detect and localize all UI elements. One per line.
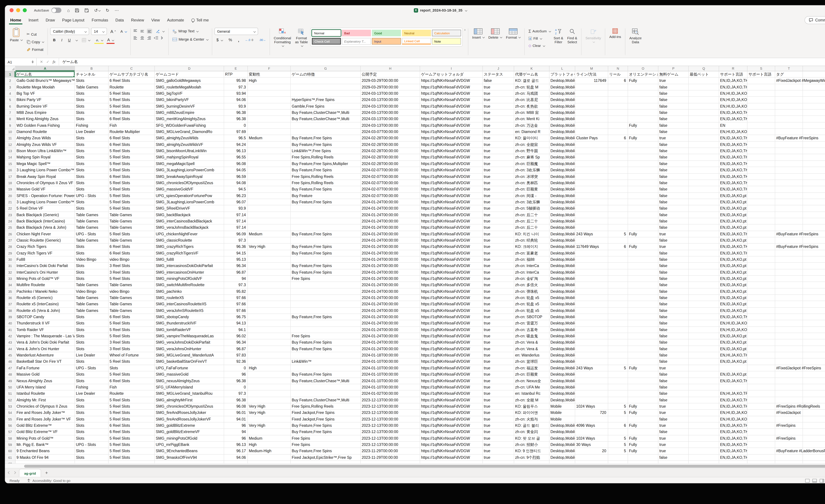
cell[interactable] xyxy=(291,205,361,212)
menu-tab-view[interactable]: View xyxy=(151,15,160,25)
cell[interactable]: SMG_switchMultifireRoulette xyxy=(155,282,224,288)
cell[interactable]: true xyxy=(483,390,514,397)
cell[interactable]: Multifire Roulette xyxy=(15,282,75,288)
cell[interactable] xyxy=(689,205,719,212)
row-number[interactable]: 1 xyxy=(5,71,15,78)
cell[interactable] xyxy=(689,410,719,416)
column-header-G[interactable]: G xyxy=(291,66,361,71)
cell[interactable]: SMG_almightyMrFirst xyxy=(155,397,224,403)
cell[interactable] xyxy=(803,276,825,282)
cell[interactable]: SMG_goldBlitzExtreme xyxy=(155,423,224,429)
cell[interactable] xyxy=(575,167,608,173)
cell[interactable]: EN,ID,JA,KO,TH xyxy=(719,435,747,442)
cell[interactable]: 3 Reel Slots xyxy=(108,269,155,276)
cell[interactable]: true xyxy=(483,429,514,435)
cell[interactable] xyxy=(689,84,719,90)
borders-button[interactable] xyxy=(80,37,91,43)
column-header-L[interactable]: L xyxy=(549,66,575,71)
cell[interactable] xyxy=(775,257,803,263)
cell[interactable]: Roulette xyxy=(108,84,155,90)
cell[interactable]: false xyxy=(658,346,689,352)
cell[interactable] xyxy=(248,314,291,320)
cell[interactable]: Fish xyxy=(108,384,155,390)
cell[interactable]: 5 Reel Slots xyxy=(108,205,155,212)
cell[interactable]: Desktop,Mobile xyxy=(549,78,575,84)
cell[interactable]: false xyxy=(658,180,689,186)
cell[interactable] xyxy=(628,237,658,244)
cell[interactable]: KO: 파이어앤 xyxy=(514,410,549,416)
cell[interactable] xyxy=(291,461,361,463)
cell[interactable]: KO: 팟 오브 골 xyxy=(514,435,549,442)
cell[interactable]: #FreeSpins #RollingReels xyxy=(775,403,803,410)
cell[interactable]: SMG_mahjongSpinRoyal xyxy=(155,154,224,161)
cell[interactable]: Almighty Zeus Wilds xyxy=(15,135,75,142)
cell[interactable]: EN,ID,JA,KO,TH xyxy=(719,186,747,193)
cell-style-note[interactable]: Note xyxy=(432,38,461,45)
cell[interactable]: zh-cn: 轮盘 x5 xyxy=(514,295,549,301)
cell[interactable] xyxy=(248,371,291,378)
cell[interactable]: true xyxy=(658,403,689,410)
cell[interactable]: #BuyFeature #FreeSpins xyxy=(775,135,803,142)
cell[interactable]: https://1qfNKnNxsaFdVDGW xyxy=(420,110,483,116)
cell[interactable]: zh-cn: 炙热欲 xyxy=(514,103,549,110)
cell[interactable]: SMG_burningDesireVF xyxy=(155,103,224,110)
cell[interactable]: 5 Reel Slots xyxy=(108,320,155,327)
cell[interactable] xyxy=(75,461,108,463)
cell[interactable]: Medium xyxy=(248,435,291,442)
cell[interactable]: https://1qfNKnNxsaFdVDGW xyxy=(420,442,483,448)
cell[interactable]: Very High xyxy=(248,244,291,250)
cell[interactable]: Buy Feature,Free Spins xyxy=(291,269,361,276)
cell[interactable]: 3 Reel Slots xyxy=(108,263,155,269)
cell[interactable]: 5 Reel Slots xyxy=(108,448,155,454)
cell[interactable] xyxy=(689,225,719,231)
decrease-decimal-button[interactable]: .00→ xyxy=(258,37,267,43)
row-number[interactable]: 31 xyxy=(5,263,15,269)
cell[interactable] xyxy=(628,148,658,154)
cell[interactable]: 6 Reel Slots xyxy=(108,314,155,320)
cell[interactable] xyxy=(608,97,628,103)
cell[interactable] xyxy=(575,301,608,308)
cell[interactable]: true xyxy=(483,333,514,340)
cell[interactable]: true xyxy=(658,423,689,429)
cell[interactable] xyxy=(689,218,719,225)
cell[interactable]: false xyxy=(658,193,689,199)
row-number[interactable]: 19 xyxy=(5,186,15,193)
cell[interactable] xyxy=(747,205,775,212)
cell[interactable]: SFG_UFAMerryIsland xyxy=(155,384,224,390)
cell[interactable] xyxy=(224,461,248,463)
cell[interactable] xyxy=(775,154,803,161)
cell[interactable] xyxy=(608,110,628,116)
cell[interactable] xyxy=(775,288,803,295)
cell[interactable]: https://1qfNKnNxsaFdVDGW xyxy=(420,320,483,327)
cell[interactable]: Buy Feature,Free Spins xyxy=(291,263,361,269)
cell[interactable] xyxy=(291,282,361,288)
cell[interactable] xyxy=(575,346,608,352)
wrap-text-button[interactable]: ab Wrap Text xyxy=(171,28,200,34)
cell[interactable]: SBOTOP Candy xyxy=(15,314,75,320)
cell[interactable] xyxy=(608,205,628,212)
cell[interactable] xyxy=(747,333,775,340)
page-break-view-icon[interactable] xyxy=(820,479,824,482)
cell[interactable]: 5 Reel Slots xyxy=(108,371,155,378)
cell[interactable] xyxy=(628,97,658,103)
bold-button[interactable]: B xyxy=(52,37,57,43)
row-number[interactable]: 35 xyxy=(5,288,15,295)
cell[interactable]: KO: 골드 블리 xyxy=(514,423,549,429)
cell[interactable]: Mr. Pigg E. Bank™ xyxy=(15,442,75,448)
cell[interactable] xyxy=(775,180,803,186)
column-header-B[interactable]: B xyxy=(75,66,108,71)
cell[interactable]: Slots xyxy=(75,346,108,352)
cell[interactable] xyxy=(575,205,608,212)
cell[interactable]: 97.14 xyxy=(224,218,248,225)
cell[interactable]: https://1qfNKnNxsaFdVDGW xyxy=(420,193,483,199)
cell[interactable]: true xyxy=(483,307,514,314)
cell[interactable] xyxy=(248,307,291,314)
cell[interactable]: Desktop,Mobile xyxy=(549,173,575,180)
cell[interactable] xyxy=(575,378,608,384)
cell[interactable]: 96 xyxy=(224,423,248,429)
cell[interactable] xyxy=(608,212,628,218)
close-window-button[interactable] xyxy=(10,8,13,12)
cell[interactable]: 30 Ways xyxy=(575,442,608,448)
cell[interactable] xyxy=(628,154,658,161)
cell[interactable] xyxy=(689,263,719,269)
